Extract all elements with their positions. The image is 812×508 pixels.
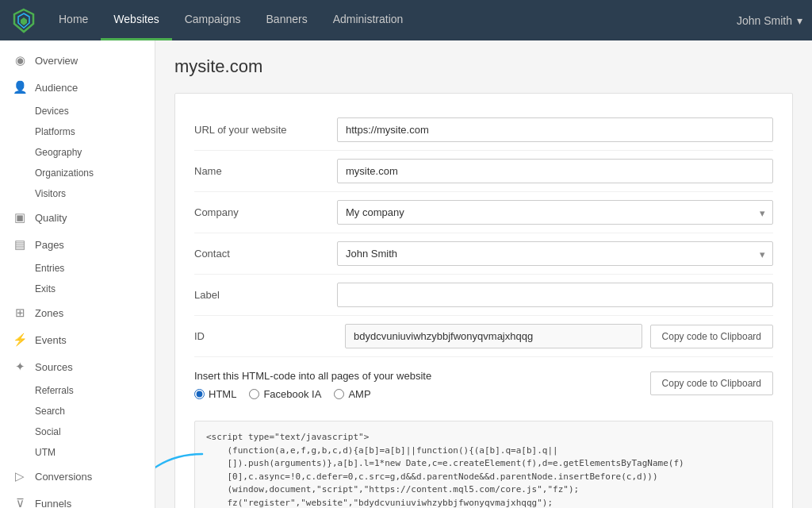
label-field-wrap	[337, 283, 773, 307]
events-icon: ⚡	[13, 333, 27, 347]
top-nav: Home Websites Campaigns Banners Administ…	[0, 0, 812, 40]
html-section-header: Insert this HTML-code into all pages of …	[194, 370, 773, 406]
company-select[interactable]: My company	[337, 200, 773, 225]
sidebar-sub-utm[interactable]: UTM	[0, 442, 155, 463]
label-input[interactable]	[337, 283, 773, 307]
sidebar-label-pages: Pages	[35, 239, 64, 251]
website-form-card: URL of your website Name Company My c	[174, 93, 793, 508]
code-area: <script type="text/javascript"> (functio…	[194, 414, 773, 508]
radio-amp-label: AMP	[348, 388, 370, 400]
radio-facebook[interactable]: Facebook IA	[249, 388, 321, 400]
name-label: Name	[194, 165, 337, 177]
code-block: <script type="text/javascript"> (functio…	[194, 421, 773, 508]
sidebar-sub-entries[interactable]: Entries	[0, 258, 155, 279]
radio-html-label: HTML	[209, 388, 236, 400]
sidebar-item-overview[interactable]: ◉ Overview	[0, 47, 155, 74]
html-code-section: Insert this HTML-code into all pages of …	[194, 370, 773, 508]
copy-html-button[interactable]: Copy code to Clipboard	[650, 371, 773, 395]
company-label: Company	[194, 206, 337, 218]
sidebar-sub-referrals[interactable]: Referrals	[0, 380, 155, 401]
url-field-wrap	[337, 117, 773, 142]
svg-marker-2	[21, 17, 27, 25]
sidebar-sub-devices[interactable]: Devices	[0, 101, 155, 121]
sidebar: ◉ Overview 👤 Audience Devices Platforms …	[0, 40, 155, 508]
sidebar-item-quality[interactable]: ▣ Quality	[0, 204, 155, 231]
label-label: Label	[194, 289, 337, 301]
sidebar-sub-visitors[interactable]: Visitors	[0, 183, 155, 204]
sidebar-label-audience: Audience	[35, 82, 78, 94]
quality-icon: ▣	[13, 210, 27, 225]
zones-icon: ⊞	[13, 306, 27, 320]
sidebar-label-quality: Quality	[35, 212, 67, 224]
sidebar-sub-organizations[interactable]: Organizations	[0, 163, 155, 183]
logo	[10, 6, 38, 35]
sidebar-item-pages[interactable]: ▤ Pages	[0, 231, 155, 258]
user-name: John Smith	[737, 14, 792, 27]
html-title-text: Insert this HTML-code into all pages of …	[194, 370, 431, 382]
sidebar-item-sources[interactable]: ✦ Sources	[0, 353, 155, 380]
label-row: Label	[194, 275, 773, 316]
user-menu[interactable]: John Smith ▾	[737, 14, 802, 27]
sidebar-item-conversions[interactable]: ▷ Conversions	[0, 463, 155, 490]
radio-amp-input[interactable]	[334, 389, 344, 399]
sidebar-label-sources: Sources	[35, 361, 73, 373]
contact-select[interactable]: John Smith	[337, 241, 773, 266]
sidebar-sub-geography[interactable]: Geography	[0, 142, 155, 163]
sidebar-item-events[interactable]: ⚡ Events	[0, 326, 155, 353]
contact-row: Contact John Smith	[194, 233, 773, 275]
sidebar-label-funnels: Funnels	[35, 498, 71, 509]
page-title: mysite.com	[174, 56, 793, 77]
nav-links: Home Websites Campaigns Banners Administ…	[46, 0, 737, 40]
id-field-wrap	[345, 324, 642, 348]
sources-icon: ✦	[13, 360, 27, 374]
company-field-wrap: My company	[337, 200, 773, 225]
sidebar-label-zones: Zones	[35, 307, 63, 319]
audience-icon: 👤	[13, 80, 27, 94]
sidebar-label-conversions: Conversions	[35, 471, 92, 483]
sidebar-sub-platforms[interactable]: Platforms	[0, 121, 155, 142]
radio-amp[interactable]: AMP	[334, 388, 370, 400]
sidebar-item-audience[interactable]: 👤 Audience	[0, 74, 155, 101]
code-copy-row: <script type="text/javascript"> (functio…	[194, 414, 773, 508]
radio-html[interactable]: HTML	[194, 388, 236, 400]
nav-home[interactable]: Home	[46, 0, 101, 40]
radio-group: HTML Facebook IA AMP	[194, 388, 431, 400]
url-row: URL of your website	[194, 110, 773, 151]
sidebar-item-funnels[interactable]: ⊽ Funnels	[0, 490, 155, 508]
conversions-icon: ▷	[13, 469, 27, 483]
id-label: ID	[194, 330, 337, 342]
company-row: Company My company	[194, 192, 773, 233]
nav-websites[interactable]: Websites	[101, 0, 171, 40]
sidebar-sub-exits[interactable]: Exits	[0, 279, 155, 299]
sidebar-label-events: Events	[35, 334, 67, 346]
radio-html-input[interactable]	[194, 389, 205, 399]
contact-label: Contact	[194, 248, 337, 260]
funnels-icon: ⊽	[13, 496, 27, 508]
sidebar-item-zones[interactable]: ⊞ Zones	[0, 299, 155, 326]
overview-icon: ◉	[13, 53, 27, 67]
nav-administration[interactable]: Administration	[320, 0, 416, 40]
radio-facebook-input[interactable]	[249, 389, 259, 399]
chevron-down-icon: ▾	[797, 14, 802, 27]
name-field-wrap	[337, 159, 773, 183]
html-section-title: Insert this HTML-code into all pages of …	[194, 370, 431, 406]
nav-banners[interactable]: Banners	[254, 0, 320, 40]
url-input[interactable]	[337, 117, 773, 142]
sidebar-sub-search[interactable]: Search	[0, 401, 155, 421]
nav-campaigns[interactable]: Campaigns	[172, 0, 254, 40]
pages-icon: ▤	[13, 237, 27, 252]
radio-facebook-label: Facebook IA	[263, 388, 321, 400]
name-input[interactable]	[337, 159, 773, 183]
sidebar-label-overview: Overview	[35, 55, 78, 67]
main-content: mysite.com URL of your website Name Comp…	[155, 40, 812, 508]
sidebar-sub-social[interactable]: Social	[0, 421, 155, 442]
id-row: ID Copy code to Clipboard	[194, 316, 773, 357]
contact-field-wrap: John Smith	[337, 241, 773, 266]
copy-id-button[interactable]: Copy code to Clipboard	[650, 325, 773, 348]
name-row: Name	[194, 151, 773, 192]
url-label: URL of your website	[194, 124, 337, 136]
id-input[interactable]	[345, 324, 642, 348]
